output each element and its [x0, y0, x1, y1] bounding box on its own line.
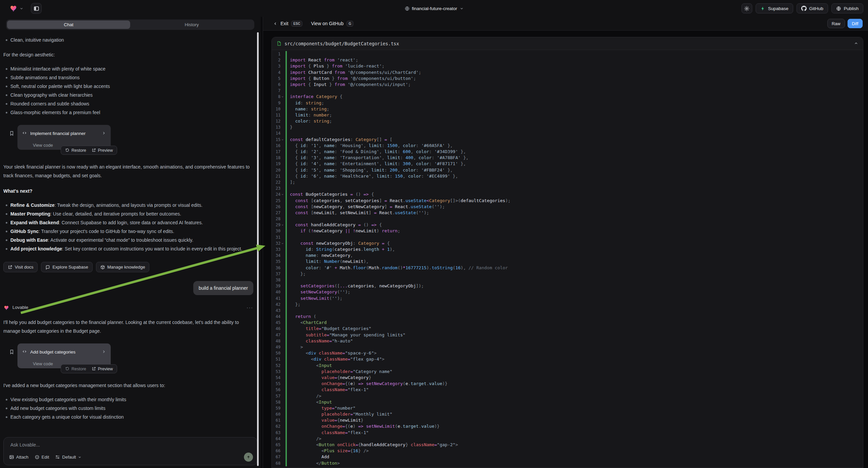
fold-gutter — [280, 405, 284, 411]
line-number: 46 — [272, 326, 280, 332]
fold-gutter — [280, 338, 284, 344]
code-text: name: newCategory, — [287, 253, 353, 259]
line-number: 41 — [272, 295, 280, 301]
send-button[interactable] — [244, 452, 253, 462]
sliders-icon — [55, 455, 60, 460]
code-icon — [22, 129, 27, 138]
explore-supabase-button[interactable]: Explore Supabase — [41, 262, 92, 272]
fold-chevron-icon[interactable] — [280, 222, 284, 228]
image-icon — [9, 455, 14, 460]
chevron-right-icon — [102, 350, 106, 354]
fold-gutter — [280, 381, 284, 387]
chat-paragraph: I've added a new budget categories manag… — [3, 381, 253, 390]
chat-input[interactable]: Ask Lovable... — [10, 442, 252, 447]
project-title[interactable]: financial-future-creator — [412, 6, 457, 11]
preview-button[interactable]: Preview — [92, 146, 113, 155]
code-text: placeholder="Category name" — [287, 369, 392, 375]
fold-chevron-icon[interactable] — [280, 192, 284, 197]
attach-button[interactable]: Attach — [9, 455, 29, 460]
settings-button[interactable] — [742, 3, 752, 13]
fold-gutter — [280, 265, 284, 271]
code-text: import React from 'react'; — [287, 57, 358, 63]
fold-gutter — [280, 130, 284, 136]
line-number: 18 — [272, 155, 280, 161]
github-icon — [801, 6, 807, 11]
raw-button[interactable]: Raw — [828, 19, 845, 28]
globe-icon — [836, 6, 841, 11]
line-number: 48 — [272, 338, 280, 344]
line-number: 8 — [272, 94, 280, 100]
bullet-bold-label: Expand with Backend — [10, 220, 59, 225]
code-diff-body[interactable]: 12import React from 'react';3import { Pl… — [272, 50, 863, 466]
code-line: 22]; — [272, 179, 863, 185]
fold-chevron-icon[interactable] — [280, 137, 284, 143]
user-message-bubble: build a financial planner — [193, 281, 253, 295]
line-number: 1 — [272, 51, 280, 57]
fold-gutter — [280, 112, 284, 118]
restore-button[interactable]: Restore — [65, 364, 86, 373]
code-line: 14 — [272, 130, 863, 136]
chevron-left-icon — [273, 22, 277, 26]
chat-bullet-list: View existing budget categories with the… — [3, 395, 253, 421]
code-line: 31 — [272, 234, 863, 240]
chat-composer[interactable]: Ask Lovable... Attach Edit — [3, 437, 257, 465]
exit-button[interactable]: Exit ESC — [273, 21, 302, 27]
supabase-button[interactable]: Supabase — [755, 3, 793, 13]
external-icon — [8, 265, 12, 270]
list-item: Master Prompting: Use clear, detailed, a… — [3, 209, 253, 218]
version-actions-pill: RestorePreview — [61, 364, 117, 373]
chat-messages[interactable]: Clean, intuitive navigationFor the desig… — [0, 29, 261, 435]
fold-gutter — [280, 124, 284, 130]
visit-docs-button[interactable]: Visit docs — [3, 262, 38, 272]
fold-gutter — [280, 100, 284, 106]
preview-button[interactable]: Preview — [92, 364, 113, 373]
code-text: import { Plus } from 'lucide-react'; — [287, 63, 384, 69]
view-on-github-button[interactable]: View on GitHub G — [311, 21, 353, 27]
code-text: /> — [287, 393, 321, 399]
code-text: id: String(categories.length + 1), — [287, 246, 395, 253]
g-key-badge: G — [347, 21, 353, 27]
code-line: 55 onChange={(e) => setNewCategory(e.tar… — [272, 381, 863, 387]
code-line: 28 — [272, 216, 863, 222]
fold-gutter — [280, 210, 284, 216]
fold-chevron-icon[interactable] — [280, 240, 284, 246]
fold-chevron-icon[interactable] — [280, 94, 284, 100]
code-line: 46 title="Budget Categories" — [272, 326, 863, 332]
line-number: 25 — [272, 198, 280, 204]
line-number: 34 — [272, 253, 280, 259]
chevron-down-icon[interactable] — [460, 6, 464, 10]
diff-button[interactable]: Diff — [847, 19, 863, 28]
collapse-file-button[interactable] — [854, 41, 858, 46]
tab-history[interactable]: History — [130, 21, 253, 29]
fold-gutter — [280, 204, 284, 210]
publish-button[interactable]: Publish — [831, 3, 863, 13]
bookmark-icon — [9, 130, 14, 136]
bookmark-icon[interactable] — [9, 349, 14, 357]
line-number: 44 — [272, 314, 280, 320]
mode-select[interactable]: Default — [55, 455, 82, 460]
code-line: 7 — [272, 88, 863, 94]
list-item: Minimalist interface with plenty of whit… — [3, 64, 253, 73]
code-text: setNewCategory(''); — [287, 289, 350, 295]
line-number: 53 — [272, 369, 280, 375]
code-line: 39 setCategories([...categories, newCate… — [272, 283, 863, 289]
line-number: 50 — [272, 350, 280, 356]
edit-button[interactable]: Edit — [35, 455, 49, 460]
file-header[interactable]: src/components/budget/BudgetCategories.t… — [272, 37, 863, 50]
fold-gutter — [280, 57, 284, 63]
code-line: 9 id: string; — [272, 100, 863, 106]
code-line: 33 id: String(categories.length + 1), — [272, 246, 863, 253]
fold-gutter — [280, 442, 284, 448]
manage-knowledge-button[interactable]: Manage knowledge — [96, 262, 150, 272]
file-diff-card: src/components/budget/BudgetCategories.t… — [272, 37, 863, 468]
tab-chat[interactable]: Chat — [7, 21, 130, 29]
bullet-bold-label: Refine & Customize — [10, 202, 54, 208]
lovable-logo-menu[interactable] — [10, 4, 24, 12]
toggle-sidebar-button[interactable] — [31, 3, 41, 14]
bookmark-icon[interactable] — [9, 130, 14, 139]
panel-resize-handle[interactable] — [257, 32, 259, 466]
restore-button[interactable]: Restore — [65, 146, 86, 155]
github-button[interactable]: GitHub — [797, 3, 828, 13]
fold-gutter — [280, 198, 284, 204]
message-menu-button[interactable]: ··· — [247, 303, 253, 312]
